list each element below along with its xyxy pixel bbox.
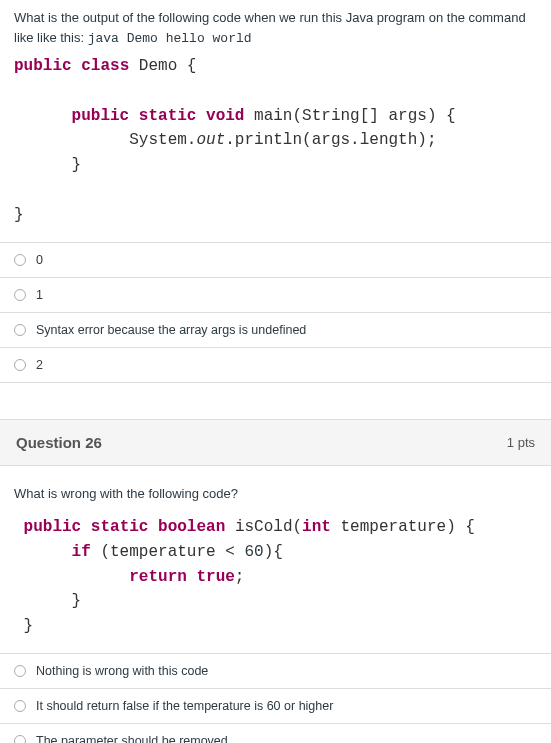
answer-label: It should return false if the temperatur… bbox=[36, 699, 333, 713]
question-25-code: public class Demo { public static void m… bbox=[14, 54, 537, 228]
answer-label: 1 bbox=[36, 288, 43, 302]
answer-label: Syntax error because the array args is u… bbox=[36, 323, 306, 337]
answer-option[interactable]: Syntax error because the array args is u… bbox=[0, 313, 551, 348]
answer-option[interactable]: 1 bbox=[0, 278, 551, 313]
question-title: Question 26 bbox=[16, 434, 102, 451]
question-26-body: What is wrong with the following code? p… bbox=[0, 466, 551, 639]
radio-icon[interactable] bbox=[14, 359, 26, 371]
question-26-header: Question 26 1 pts bbox=[0, 419, 551, 466]
answer-option[interactable]: 0 bbox=[0, 243, 551, 278]
question-25-prompt: What is the output of the following code… bbox=[14, 8, 537, 48]
answer-label: 0 bbox=[36, 253, 43, 267]
answer-option[interactable]: 2 bbox=[0, 348, 551, 383]
answer-label: The parameter should be removed bbox=[36, 734, 228, 743]
question-25-body: What is the output of the following code… bbox=[0, 0, 551, 228]
prompt-command: java Demo hello world bbox=[88, 31, 252, 46]
answer-option[interactable]: Nothing is wrong with this code bbox=[0, 654, 551, 689]
radio-icon[interactable] bbox=[14, 665, 26, 677]
radio-icon[interactable] bbox=[14, 324, 26, 336]
question-26-answers: Nothing is wrong with this code It shoul… bbox=[0, 653, 551, 743]
question-26-prompt: What is wrong with the following code? bbox=[14, 474, 537, 510]
radio-icon[interactable] bbox=[14, 254, 26, 266]
answer-option[interactable]: The parameter should be removed bbox=[0, 724, 551, 743]
answer-label: Nothing is wrong with this code bbox=[36, 664, 208, 678]
question-25-answers: 0 1 Syntax error because the array args … bbox=[0, 242, 551, 383]
answer-option[interactable]: It should return false if the temperatur… bbox=[0, 689, 551, 724]
question-points: 1 pts bbox=[507, 435, 535, 450]
radio-icon[interactable] bbox=[14, 735, 26, 743]
radio-icon[interactable] bbox=[14, 700, 26, 712]
question-gap bbox=[0, 383, 551, 419]
radio-icon[interactable] bbox=[14, 289, 26, 301]
question-26-code: public static boolean isCold(int tempera… bbox=[14, 515, 537, 639]
answer-label: 2 bbox=[36, 358, 43, 372]
